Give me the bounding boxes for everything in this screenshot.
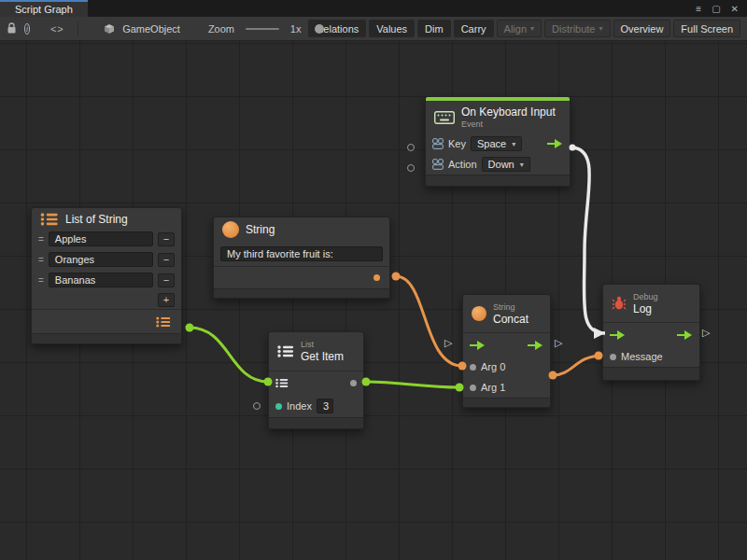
relation-triangle-icon: ▷: [555, 337, 562, 348]
relation-triangle-icon: ▷: [444, 337, 452, 348]
zoom-label: Zoom: [208, 23, 234, 35]
window-close-icon[interactable]: ✕: [731, 4, 739, 14]
overview-button[interactable]: Overview: [613, 20, 671, 37]
zoom-slider[interactable]: [246, 28, 279, 30]
tab-title: Script Graph: [15, 4, 73, 15]
window-maximize-icon[interactable]: ▢: [712, 4, 720, 14]
window-menu-icon[interactable]: ≡: [696, 4, 701, 14]
dim-toggle[interactable]: Dim: [417, 20, 451, 37]
values-label: Values: [376, 23, 407, 35]
distribute-dropdown[interactable]: Distribute ▾: [544, 20, 610, 37]
graph-canvas[interactable]: On Keyboard Input Event Key Space ▾: [0, 41, 747, 560]
code-icon[interactable]: <>: [50, 23, 64, 35]
zoom-value: 1x: [290, 23, 302, 35]
wire-list-to-getitem[interactable]: [190, 328, 268, 382]
wire-knob[interactable]: [186, 324, 194, 332]
wire-getitem-to-concat[interactable]: [366, 382, 459, 387]
fullscreen-label: Full Screen: [681, 23, 733, 35]
wire-knob[interactable]: [458, 362, 467, 371]
wire-knob[interactable]: [595, 352, 603, 360]
gameobject-breadcrumb[interactable]: GameObject: [122, 23, 180, 35]
wire-knob[interactable]: [570, 145, 576, 151]
window-controls: ≡ ▢ ✕: [687, 0, 747, 17]
gameobject-cube-icon: [104, 23, 115, 35]
wire-string-to-concat[interactable]: [396, 276, 462, 366]
fullscreen-button[interactable]: Full Screen: [673, 20, 740, 37]
carry-label: Carry: [461, 23, 486, 35]
chevron-down-icon: ▾: [599, 24, 603, 33]
graph-toolbar: i <> GameObject Zoom 1x Relations Values…: [0, 17, 747, 41]
wire-knob[interactable]: [264, 378, 273, 386]
script-graph-window: Script Graph ≡ ▢ ✕ i <> GameObject Zoom …: [0, 0, 747, 560]
align-dropdown[interactable]: Align ▾: [497, 20, 542, 37]
key-external-port[interactable]: [407, 144, 415, 151]
distribute-label: Distribute: [552, 23, 595, 35]
wire-knob[interactable]: [456, 384, 464, 392]
values-toggle[interactable]: Values: [369, 20, 415, 37]
wire-keyboard-to-log[interactable]: [571, 147, 605, 333]
toolbar-button-group: Relations Values Dim Carry Align ▾ Distr…: [308, 20, 740, 37]
action-external-port[interactable]: [407, 164, 415, 172]
index-external-port[interactable]: [253, 402, 261, 410]
chevron-down-icon: ▾: [530, 24, 534, 33]
wire-arrowhead: [594, 328, 605, 339]
carry-toggle[interactable]: Carry: [454, 20, 494, 37]
tab-script-graph[interactable]: Script Graph: [0, 0, 88, 17]
overview-label: Overview: [621, 23, 664, 35]
wire-knob[interactable]: [362, 378, 371, 386]
dim-label: Dim: [425, 23, 444, 35]
relation-triangle-icon: ▷: [702, 327, 710, 338]
info-icon[interactable]: i: [24, 23, 30, 35]
wire-layer: [0, 41, 747, 560]
zoom-slider-handle[interactable]: [315, 24, 324, 34]
wire-knob[interactable]: [392, 273, 401, 281]
tab-bar: Script Graph ≡ ▢ ✕: [0, 0, 747, 17]
wire-knob[interactable]: [549, 371, 557, 380]
align-label: Align: [504, 23, 527, 35]
wire-concat-to-log[interactable]: [553, 356, 602, 375]
lock-icon[interactable]: [7, 22, 17, 35]
